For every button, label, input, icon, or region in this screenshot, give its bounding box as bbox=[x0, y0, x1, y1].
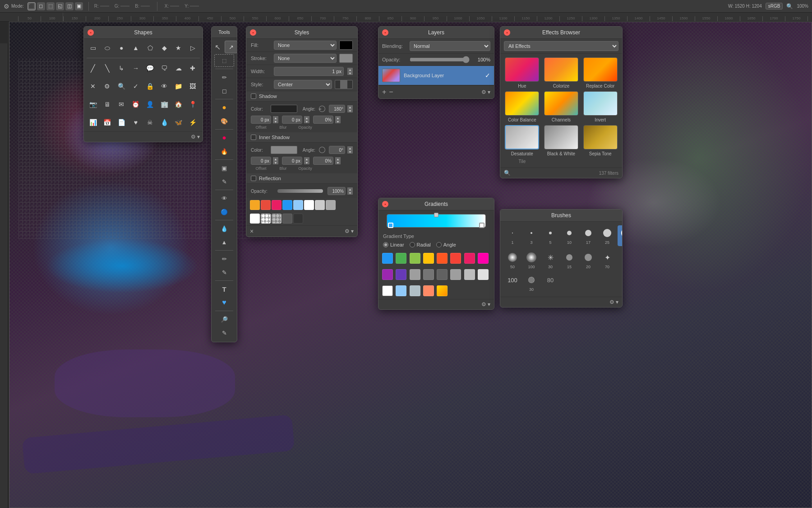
width-input[interactable] bbox=[274, 67, 344, 76]
stroke-color-swatch[interactable] bbox=[339, 54, 353, 63]
linear-radio[interactable] bbox=[383, 242, 388, 247]
inner-blur-input[interactable] bbox=[282, 157, 302, 165]
swatch-gray-dark[interactable] bbox=[326, 200, 336, 210]
shape-arrow-right[interactable]: → bbox=[129, 62, 142, 75]
shadow-color-swatch[interactable] bbox=[271, 105, 297, 113]
tool-gradient[interactable]: 🎨 bbox=[218, 115, 231, 127]
brush-size-3[interactable]: 3 bbox=[523, 225, 540, 246]
brush-special-100[interactable]: 100 bbox=[523, 250, 540, 270]
inner-angle-input[interactable] bbox=[329, 146, 345, 154]
shapes-close-button[interactable]: × bbox=[88, 29, 94, 36]
inner-opacity-input[interactable] bbox=[313, 157, 333, 165]
angle-stepper-up[interactable]: ▲ bbox=[347, 105, 353, 109]
inner-shadow-toggle[interactable]: Inner Shadow bbox=[246, 132, 357, 143]
reflection-toggle[interactable]: Reflection bbox=[246, 173, 357, 184]
mode-btn-3[interactable]: ◱ bbox=[56, 2, 64, 10]
swatch-orange[interactable] bbox=[250, 200, 260, 210]
tool-paint[interactable]: ✏ bbox=[218, 71, 231, 84]
brush-size-10[interactable]: 10 bbox=[561, 225, 578, 246]
style-select[interactable]: Center bbox=[274, 80, 332, 89]
radial-radio[interactable] bbox=[410, 242, 415, 247]
shape-envelope[interactable]: ✉ bbox=[115, 98, 128, 111]
effect-black-white[interactable]: Black & White bbox=[543, 125, 580, 156]
shape-line2[interactable]: ╲ bbox=[101, 62, 114, 75]
grad-swatch-red[interactable] bbox=[450, 253, 461, 264]
swatch-pink[interactable] bbox=[272, 200, 281, 210]
grad-swatch-orange[interactable] bbox=[437, 253, 448, 264]
grad-swatch-gray3[interactable] bbox=[437, 269, 448, 280]
shape-diamond[interactable]: ◆ bbox=[158, 42, 171, 54]
layer-visibility-check[interactable]: ✓ bbox=[485, 72, 490, 79]
shape-lightning[interactable]: ⚡ bbox=[186, 116, 199, 129]
shape-check[interactable]: ✓ bbox=[129, 80, 142, 93]
effects-search-icon[interactable]: 🔍 bbox=[504, 170, 511, 176]
opacity-slider[interactable] bbox=[410, 56, 470, 63]
inner-offset-input[interactable] bbox=[251, 157, 271, 165]
grad-swatch-gray6[interactable] bbox=[478, 269, 489, 280]
gradient-stop-right[interactable] bbox=[479, 213, 484, 230]
tool-repair[interactable]: ✎ bbox=[218, 175, 231, 188]
effect-channels[interactable]: Channels bbox=[543, 91, 580, 122]
brush-r80[interactable]: 80 bbox=[542, 272, 559, 293]
styles-remove-button[interactable]: × bbox=[250, 228, 254, 235]
swatch-dark2[interactable] bbox=[293, 214, 303, 224]
tool-zoom[interactable]: 🔎 bbox=[218, 313, 231, 326]
shape-doc[interactable]: 📄 bbox=[115, 116, 128, 129]
grad-swatch-skyblue[interactable] bbox=[396, 285, 406, 296]
tool-text[interactable]: T bbox=[218, 283, 231, 295]
grad-swatch-purple[interactable] bbox=[382, 269, 393, 280]
shape-arrow-tri[interactable]: ▷ bbox=[186, 42, 199, 54]
grad-swatch-pink[interactable] bbox=[464, 253, 475, 264]
brush-size-17[interactable]: 17 bbox=[580, 225, 597, 246]
shadow-angle-input[interactable] bbox=[329, 105, 345, 113]
fill-color-swatch[interactable] bbox=[339, 41, 353, 50]
inner-blur-up[interactable]: ▲ bbox=[304, 157, 309, 161]
grad-swatch-green[interactable] bbox=[396, 253, 406, 264]
shape-rounded-rect[interactable]: ⬭ bbox=[101, 42, 114, 54]
grad-swatch-blue[interactable] bbox=[382, 253, 393, 264]
layers-add-button[interactable]: + bbox=[382, 88, 386, 96]
effect-colorize[interactable]: Colorize bbox=[543, 57, 580, 89]
gradient-radial-option[interactable]: Radial bbox=[410, 242, 431, 247]
shape-clock[interactable]: ⏰ bbox=[129, 98, 142, 111]
brush-special-50[interactable]: 50 bbox=[504, 250, 521, 270]
tool-watercolor[interactable]: ● bbox=[218, 131, 231, 144]
width-stepper-up[interactable]: ▲ bbox=[347, 68, 353, 71]
grad-swatch-lightgreen[interactable] bbox=[410, 253, 420, 264]
mode-btn-1[interactable]: ◻ bbox=[37, 2, 45, 10]
tool-heart[interactable]: ♥ bbox=[218, 296, 231, 309]
tool-burn[interactable]: 🔥 bbox=[218, 145, 231, 158]
swatch-white[interactable] bbox=[304, 200, 314, 210]
shape-lock[interactable]: 🔒 bbox=[144, 80, 157, 93]
offset-stepper-down[interactable]: ▼ bbox=[273, 120, 278, 123]
gradient-preview[interactable] bbox=[387, 214, 486, 228]
tool-stamp[interactable]: ▣ bbox=[218, 162, 231, 174]
blur-stepper-up[interactable]: ▲ bbox=[304, 116, 309, 120]
shape-line[interactable]: ╱ bbox=[87, 62, 99, 75]
inner-offset-down[interactable]: ▼ bbox=[273, 161, 278, 164]
grad-swatch-gray2[interactable] bbox=[423, 269, 434, 280]
gradient-linear-option[interactable]: Linear bbox=[383, 242, 404, 247]
tool-select[interactable]: ↖ bbox=[211, 41, 224, 53]
shape-house[interactable]: 🏠 bbox=[172, 98, 185, 111]
gradients-gear-button[interactable]: ⚙ ▾ bbox=[481, 301, 490, 308]
blur-stepper-down[interactable]: ▼ bbox=[304, 120, 309, 123]
brush-size-5[interactable]: 5 bbox=[542, 225, 559, 246]
shape-skull[interactable]: ☠ bbox=[144, 116, 157, 129]
reflection-opacity-up[interactable]: ▲ bbox=[347, 187, 353, 191]
mode-btn-5[interactable]: ▣ bbox=[75, 2, 83, 10]
effect-invert[interactable]: Invert bbox=[582, 91, 618, 122]
swatch-checker[interactable] bbox=[261, 214, 271, 224]
tool-eyedrop2[interactable]: ✎ bbox=[218, 326, 231, 339]
tool-eyedropper[interactable]: 👁 bbox=[218, 192, 231, 205]
shape-x[interactable]: ✕ bbox=[87, 80, 99, 93]
angle-radio[interactable] bbox=[436, 242, 442, 247]
styles-gear-button[interactable]: ⚙ ▾ bbox=[345, 228, 354, 234]
shape-folder[interactable]: 📁 bbox=[172, 80, 185, 93]
reflection-opacity-slider[interactable] bbox=[277, 189, 323, 193]
grad-swatch-magenta[interactable] bbox=[478, 253, 489, 264]
brush-r30[interactable]: 30 bbox=[523, 272, 540, 293]
layers-close-button[interactable]: × bbox=[382, 29, 388, 36]
colorspace-badge[interactable]: sRGB bbox=[766, 3, 783, 9]
shape-cross[interactable]: ✚ bbox=[186, 62, 199, 75]
